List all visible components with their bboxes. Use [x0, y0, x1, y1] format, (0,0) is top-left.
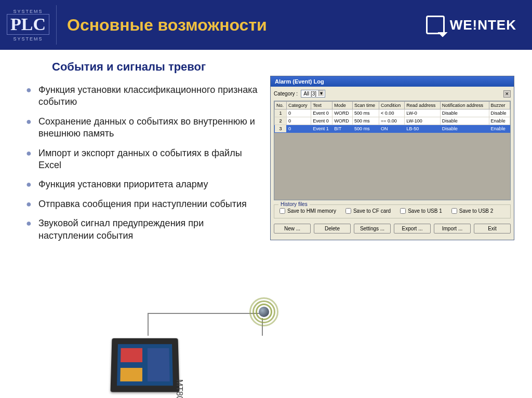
history-files-group: History files Save to HMI memory Save to… [274, 204, 511, 218]
category-row: Category : All [3] ✕ [274, 90, 511, 98]
history-label: History files [278, 201, 310, 207]
speaker-icon [249, 297, 278, 326]
history-checks: Save to HMI memory Save to CF card Save … [280, 208, 505, 214]
col-mode: Mode [332, 102, 353, 109]
weintek-icon [426, 16, 445, 34]
mt8000-label: MT8000 [175, 379, 184, 398]
table-row[interactable]: 30Event 1BIT500 msONLB-50DisableEnable [275, 125, 510, 133]
col-addr: Read address [405, 102, 441, 109]
checkbox[interactable] [400, 208, 406, 214]
check-usb1[interactable]: Save to USB 1 [400, 208, 442, 214]
page-title: Основные возможности [67, 16, 267, 35]
bullet-item: Импорт и экспорт данных о событиях в фай… [26, 147, 260, 172]
logo-bottom: SYSTEMS [13, 36, 43, 42]
bullet-item: Сохранение данных о событиях во внутренн… [26, 116, 260, 140]
bullet-item: Звуковой сигнал предупреждения при насту… [26, 217, 260, 242]
check-usb2[interactable]: Save to USB 2 [451, 208, 494, 214]
settings-button[interactable]: Settings ... [354, 224, 391, 234]
check-hmi[interactable]: Save to HMI memory [280, 208, 336, 214]
check-cf[interactable]: Save to CF card [345, 208, 391, 214]
weintek-text: WE!NTEK [450, 17, 516, 33]
alarm-titlebar: Alarm (Event) Log [271, 76, 514, 87]
table-row[interactable]: 10Event 0WORD500 ms< 0.00LW-0DisableDisa… [275, 109, 510, 117]
left-column: События и сигналы тревог Функция установ… [21, 60, 260, 249]
logo-main: PLC [7, 14, 49, 35]
bullet-item: Функция установки приоритета аларму [26, 179, 260, 190]
checkbox[interactable] [280, 208, 285, 214]
bullet-item: Отправка сообщения при наступлении событ… [26, 198, 260, 210]
hmi-device [110, 338, 179, 392]
logo-top: SYSTEMS [13, 9, 43, 14]
checkbox[interactable] [345, 208, 351, 214]
weintek-logo: WE!NTEK [426, 16, 516, 34]
alarm-body: Category : All [3] ✕ No. Category Text M… [271, 87, 514, 240]
wire [148, 313, 263, 336]
col-scan: Scan time [352, 102, 379, 109]
subtitle: События и сигналы тревог [52, 60, 260, 74]
table-row[interactable]: 20Event 0WORD500 ms== 0.00LW-100DisableE… [275, 117, 510, 125]
col-category: Category [286, 102, 311, 109]
import-button[interactable]: Import ... [434, 224, 471, 234]
right-column: Alarm (Event) Log Category : All [3] ✕ N… [270, 60, 526, 249]
plc-logo: SYSTEMS PLC SYSTEMS [0, 0, 56, 50]
alarm-window: Alarm (Event) Log Category : All [3] ✕ N… [270, 76, 514, 240]
col-notif: Notification address [440, 102, 489, 109]
bullet-item: Функция установки классификационного при… [26, 84, 260, 108]
hmi-diagram: MT8000 [104, 308, 291, 394]
col-cond: Condition [379, 102, 405, 109]
delete-button[interactable]: Delete [314, 224, 351, 234]
alarm-table-container: No. Category Text Mode Scan time Conditi… [274, 101, 511, 200]
category-select[interactable]: All [3] [301, 90, 325, 98]
export-button[interactable]: Export ... [394, 224, 431, 234]
content: События и сигналы тревог Функция установ… [0, 50, 532, 249]
exit-button[interactable]: Exit [474, 224, 511, 234]
col-buzz: Buzzer [489, 102, 510, 109]
close-icon[interactable]: ✕ [503, 90, 511, 98]
header: SYSTEMS PLC SYSTEMS Основные возможности… [0, 0, 532, 50]
category-label: Category : [274, 91, 298, 97]
bullet-list: Функция установки классификационного при… [26, 84, 260, 242]
checkbox[interactable] [451, 208, 457, 214]
table-header-row: No. Category Text Mode Scan time Conditi… [275, 102, 510, 109]
col-no: No. [275, 102, 287, 109]
button-row: New ... Delete Settings ... Export ... I… [274, 224, 511, 237]
new-button[interactable]: New ... [274, 224, 311, 234]
col-text: Text [311, 102, 332, 109]
alarm-table[interactable]: No. Category Text Mode Scan time Conditi… [274, 101, 510, 133]
